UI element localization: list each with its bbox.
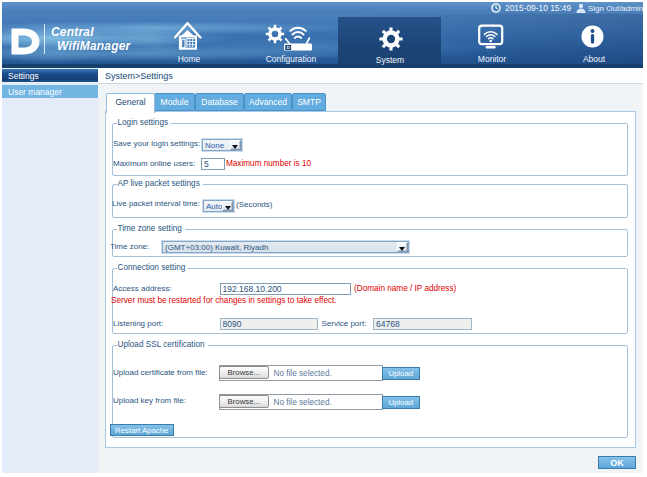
svg-text:D: D bbox=[287, 45, 290, 50]
